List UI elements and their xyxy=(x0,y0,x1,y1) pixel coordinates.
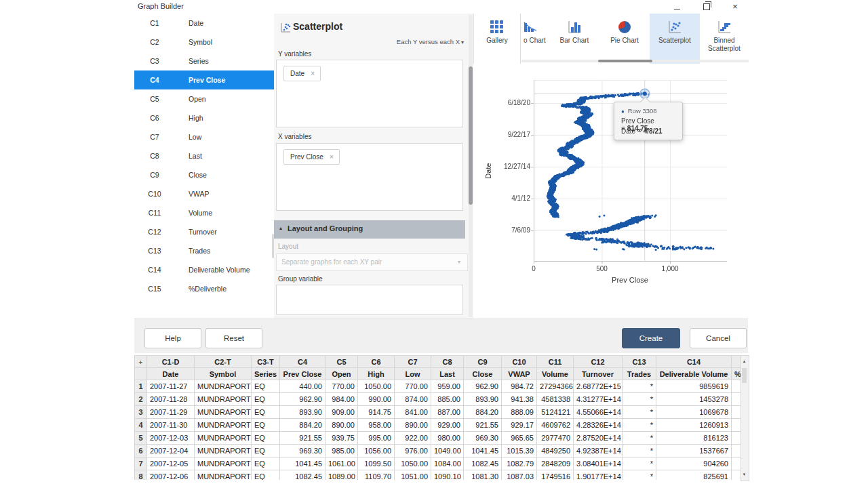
row-number-cell[interactable]: 8 xyxy=(135,470,147,481)
data-cell[interactable]: 2848209 xyxy=(537,458,574,470)
data-cell[interactable]: 1082.45 xyxy=(280,470,326,481)
data-cell[interactable]: 1051.00 xyxy=(395,470,431,481)
column-item-c1[interactable]: C1Date xyxy=(134,14,274,33)
data-cell[interactable]: 770.00 xyxy=(326,380,358,393)
column-name-header[interactable]: VWAP xyxy=(502,368,537,380)
data-cell[interactable]: 5124121 xyxy=(537,406,574,419)
data-cell[interactable]: * xyxy=(623,432,656,445)
remove-variable-icon[interactable]: × xyxy=(311,70,315,77)
y-variable-chip-date[interactable]: Date× xyxy=(283,66,321,81)
data-cell[interactable]: 2.68772E+15 xyxy=(574,380,623,393)
column-name-header[interactable]: Volume xyxy=(537,368,574,380)
column-item-c3[interactable]: C3Series xyxy=(134,52,274,70)
data-cell[interactable]: 914.75 xyxy=(358,406,395,419)
data-cell[interactable]: 4.31277E+14 xyxy=(574,393,623,406)
column-name-header[interactable]: Close xyxy=(464,368,502,380)
data-cell[interactable]: 929.00 xyxy=(431,419,464,432)
data-cell[interactable]: 893.90 xyxy=(280,406,326,419)
data-cell[interactable]: 1.90177E+14 xyxy=(574,470,623,481)
data-cell[interactable]: 1099.50 xyxy=(358,458,395,470)
column-name-header[interactable]: Open xyxy=(326,368,358,380)
builder-scrollbar[interactable] xyxy=(469,15,473,317)
gallery-tab-gallery[interactable]: Gallery xyxy=(474,14,521,64)
data-cell[interactable]: 969.30 xyxy=(464,432,502,445)
column-id-header[interactable]: C14 xyxy=(656,356,732,368)
data-cell[interactable]: 985.00 xyxy=(326,445,358,458)
data-cell[interactable]: 841.00 xyxy=(395,406,431,419)
column-id-header[interactable]: C1-D xyxy=(147,356,195,368)
data-cell[interactable]: 887.00 xyxy=(431,406,464,419)
data-cell[interactable]: 1041.45 xyxy=(464,445,502,458)
data-cell[interactable]: 2007-12-04 xyxy=(147,445,195,458)
column-item-c13[interactable]: C13Trades xyxy=(134,241,274,260)
scrollbar-thumb[interactable] xyxy=(742,368,747,383)
data-cell[interactable]: EQ xyxy=(252,380,280,393)
column-id-header[interactable]: C8 xyxy=(431,356,464,368)
row-number-cell[interactable]: 3 xyxy=(135,406,147,419)
scrollbar-thumb[interactable] xyxy=(469,66,473,205)
create-button[interactable]: Create xyxy=(622,328,680,348)
data-cell[interactable]: 904260 xyxy=(656,458,732,470)
gallery-tab-bar-chart[interactable]: Bar Chart xyxy=(549,14,599,64)
column-item-c4[interactable]: C4Prev Close xyxy=(134,70,274,89)
data-cell[interactable]: 965.65 xyxy=(502,432,537,445)
column-id-header[interactable]: C7 xyxy=(395,356,431,368)
close-button[interactable]: × xyxy=(724,0,747,14)
column-id-header[interactable]: C13 xyxy=(623,356,656,368)
data-cell[interactable]: 893.90 xyxy=(464,393,502,406)
data-cell[interactable]: 2007-11-29 xyxy=(147,406,195,419)
data-cell[interactable]: EQ xyxy=(252,432,280,445)
data-cell[interactable]: 1082.45 xyxy=(464,458,502,470)
column-item-c10[interactable]: C10VWAP xyxy=(134,184,274,203)
data-cell[interactable]: 1056.00 xyxy=(358,445,395,458)
column-id-header[interactable]: C2-T xyxy=(195,356,252,368)
column-id-header[interactable]: C6 xyxy=(358,356,395,368)
column-name-header[interactable]: Low xyxy=(395,368,431,380)
column-name-header[interactable] xyxy=(135,368,147,380)
data-cell[interactable]: 990.00 xyxy=(358,393,395,406)
layout-and-grouping-header[interactable]: ▴ Layout and Grouping xyxy=(274,220,465,239)
data-cell[interactable]: 770.00 xyxy=(395,380,431,393)
data-cell[interactable]: 2007-12-05 xyxy=(147,458,195,470)
data-cell[interactable]: 440.00 xyxy=(280,380,326,393)
x-variables-dropzone[interactable]: Prev Close× xyxy=(276,143,463,211)
column-item-c8[interactable]: C8Last xyxy=(134,146,274,165)
data-cell[interactable]: * xyxy=(623,470,656,481)
remove-variable-icon[interactable]: × xyxy=(330,153,334,161)
data-cell[interactable]: 1069678 xyxy=(656,406,732,419)
layout-select[interactable]: Separate graphs for each XY pair ▾ xyxy=(276,253,468,271)
column-id-header[interactable]: C3-T xyxy=(252,356,280,368)
data-cell[interactable]: 4849250 xyxy=(537,445,574,458)
data-cell[interactable]: 4.92387E+14 xyxy=(574,445,623,458)
data-cell[interactable]: 884.20 xyxy=(464,406,502,419)
column-item-c15[interactable]: C15%Deliverble xyxy=(134,279,274,298)
data-cell[interactable]: 1049.00 xyxy=(431,445,464,458)
data-cell[interactable]: 976.00 xyxy=(395,445,431,458)
data-cell[interactable]: MUNDRAPORT xyxy=(195,458,252,470)
data-cell[interactable] xyxy=(732,380,741,393)
column-item-c6[interactable]: C6High xyxy=(134,108,274,127)
data-cell[interactable]: 959.00 xyxy=(431,380,464,393)
reset-button[interactable]: Reset xyxy=(205,328,262,348)
worksheet-scrollbar[interactable]: ▲ ▼ xyxy=(741,355,749,481)
data-cell[interactable]: 4.28326E+14 xyxy=(574,419,623,432)
column-id-header[interactable]: C5 xyxy=(326,356,358,368)
data-cell[interactable]: * xyxy=(623,458,656,470)
group-variable-dropzone[interactable] xyxy=(276,285,463,314)
data-cell[interactable]: 890.00 xyxy=(395,419,431,432)
data-cell[interactable]: 888.09 xyxy=(502,406,537,419)
column-name-header[interactable]: High xyxy=(358,368,395,380)
data-cell[interactable]: 1109.70 xyxy=(358,470,395,481)
data-cell[interactable]: * xyxy=(623,445,656,458)
column-name-header[interactable]: Deliverable Volume xyxy=(656,368,732,380)
data-cell[interactable]: 2007-12-06 xyxy=(147,470,195,481)
column-id-header[interactable]: C9 xyxy=(464,356,502,368)
data-cell[interactable] xyxy=(732,445,741,458)
row-number-cell[interactable]: 1 xyxy=(135,380,147,393)
column-name-header[interactable]: Turnover xyxy=(574,368,623,380)
data-cell[interactable]: MUNDRAPORT xyxy=(195,470,252,481)
data-cell[interactable]: 909.00 xyxy=(326,406,358,419)
column-id-header[interactable] xyxy=(732,356,741,368)
data-cell[interactable]: 921.55 xyxy=(464,419,502,432)
data-cell[interactable] xyxy=(732,393,741,406)
